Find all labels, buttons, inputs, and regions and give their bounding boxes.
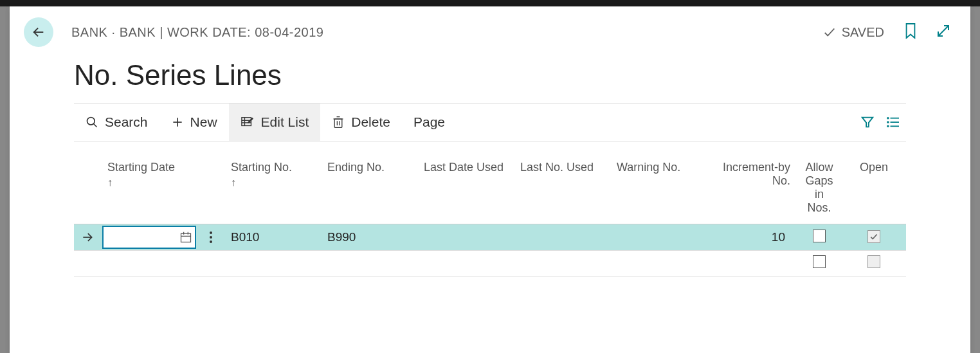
search-label: Search: [105, 114, 148, 130]
check-icon: [822, 25, 837, 39]
arrow-left-icon: [32, 25, 46, 39]
last-no-used-cell[interactable]: [514, 251, 610, 276]
table-row[interactable]: B010 B990 10: [74, 224, 906, 251]
toolbar: Search New Edit List Delete Page: [74, 104, 906, 141]
svg-point-33: [210, 231, 212, 234]
svg-point-2: [87, 118, 95, 125]
svg-point-19: [887, 118, 889, 119]
svg-point-35: [210, 240, 212, 243]
saved-label: SAVED: [842, 25, 884, 40]
page-card: BANK · BANK | WORK DATE: 08-04-2019 SAVE…: [10, 6, 970, 353]
sort-asc-icon: ↑: [107, 177, 191, 188]
calendar-icon[interactable]: [179, 231, 192, 244]
edit-list-button[interactable]: Edit List: [229, 104, 321, 141]
svg-marker-15: [862, 118, 873, 127]
bookmark-button[interactable]: [903, 23, 918, 42]
page-label: Page: [413, 114, 445, 130]
row-more-button[interactable]: [197, 224, 224, 250]
warning-no-cell[interactable]: [610, 224, 707, 251]
search-icon: [86, 116, 98, 129]
increment-by-cell[interactable]: 10: [707, 224, 797, 251]
delete-label: Delete: [351, 114, 390, 130]
check-icon: [869, 232, 878, 241]
filter-icon: [860, 115, 875, 129]
col-last-date-used[interactable]: Last Date Used: [417, 157, 514, 224]
new-button[interactable]: New: [159, 104, 229, 141]
filter-button[interactable]: [855, 104, 880, 141]
open-checkbox[interactable]: [867, 255, 880, 268]
col-last-no-used[interactable]: Last No. Used: [514, 157, 610, 224]
header-row: Starting Date ↑ Starting No. ↑ Ending No…: [74, 157, 906, 224]
plus-icon: [171, 116, 184, 129]
col-increment-by[interactable]: Increment-by No.: [707, 157, 797, 224]
more-vertical-icon: [209, 231, 213, 244]
bookmark-icon: [903, 23, 918, 39]
svg-point-21: [887, 125, 889, 127]
last-no-used-cell[interactable]: [514, 224, 610, 251]
allow-gaps-checkbox[interactable]: [813, 230, 826, 242]
table-row[interactable]: [74, 251, 906, 276]
col-starting-no[interactable]: Starting No. ↑: [224, 157, 321, 224]
svg-point-20: [887, 122, 889, 123]
svg-line-3: [94, 124, 97, 127]
increment-by-cell[interactable]: [707, 251, 797, 276]
starting-date-input[interactable]: [102, 226, 196, 249]
starting-no-cell[interactable]: B010: [224, 224, 321, 251]
expand-button[interactable]: [936, 23, 951, 41]
current-row-indicator: [74, 224, 101, 250]
list-view-button[interactable]: [880, 104, 906, 141]
data-grid: Starting Date ↑ Starting No. ↑ Ending No…: [74, 157, 906, 276]
svg-rect-23: [181, 233, 191, 242]
starting-date-cell[interactable]: [101, 251, 197, 276]
col-open[interactable]: Open: [842, 157, 906, 224]
search-button[interactable]: Search: [74, 104, 159, 141]
expand-icon: [936, 23, 951, 39]
last-date-used-cell[interactable]: [417, 224, 514, 251]
col-ending-no[interactable]: Ending No.: [321, 157, 417, 224]
ending-no-cell[interactable]: B990: [321, 224, 417, 251]
delete-button[interactable]: Delete: [320, 104, 402, 141]
arrow-right-icon: [81, 231, 94, 244]
open-checkbox[interactable]: [867, 230, 880, 243]
page-menu[interactable]: Page: [402, 104, 457, 141]
edit-list-label: Edit List: [261, 114, 309, 130]
saved-indicator: SAVED: [822, 25, 884, 40]
page-title: No. Series Lines: [10, 48, 970, 103]
allow-gaps-checkbox[interactable]: [813, 255, 826, 268]
svg-rect-10: [334, 119, 342, 127]
header: BANK · BANK | WORK DATE: 08-04-2019 SAVE…: [10, 6, 970, 48]
starting-no-cell[interactable]: [224, 251, 321, 276]
col-allow-gaps[interactable]: Allow Gaps in Nos.: [797, 157, 842, 224]
new-label: New: [190, 114, 217, 130]
list-icon: [886, 116, 900, 128]
col-warning-no[interactable]: Warning No.: [610, 157, 707, 224]
warning-no-cell[interactable]: [610, 251, 707, 276]
svg-point-34: [210, 236, 212, 239]
svg-line-1: [938, 26, 948, 36]
edit-list-icon: [240, 116, 255, 129]
sort-asc-icon: ↑: [231, 177, 314, 188]
last-date-used-cell[interactable]: [417, 251, 514, 276]
ending-no-cell[interactable]: [321, 251, 417, 276]
col-starting-date[interactable]: Starting Date ↑: [101, 157, 197, 224]
trash-icon: [332, 115, 345, 129]
breadcrumb: BANK · BANK | WORK DATE: 08-04-2019: [71, 25, 822, 40]
back-button[interactable]: [24, 17, 53, 47]
